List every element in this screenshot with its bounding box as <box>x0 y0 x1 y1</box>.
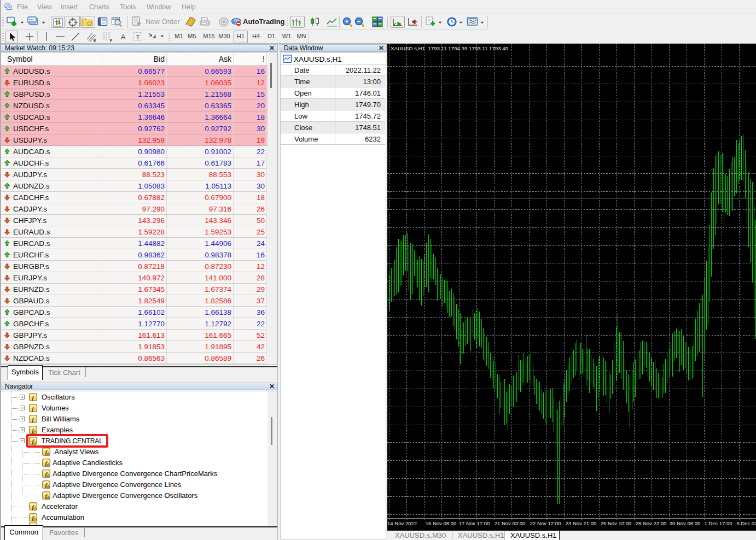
svg-text:A: A <box>121 33 126 41</box>
svg-text:T: T <box>136 34 140 40</box>
svg-text:F: F <box>110 39 113 43</box>
svg-text:E: E <box>94 39 96 43</box>
